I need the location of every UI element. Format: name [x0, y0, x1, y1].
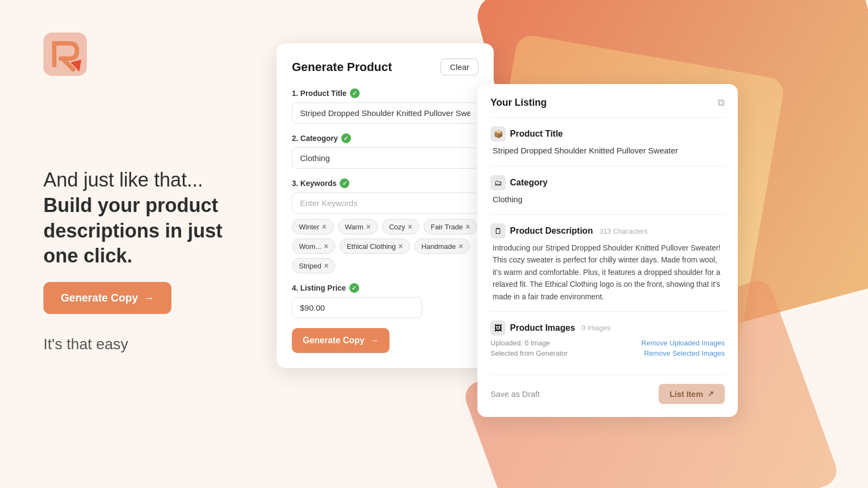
category-label: 2. Cateogory ✓ — [292, 133, 478, 143]
category-section: 2. Cateogory ✓ — [292, 133, 478, 169]
listing-product-title-value: Striped Dropped Shoulder Knitted Pullove… — [490, 145, 725, 157]
keyword-tag-fairtrade: Fair Trade × — [424, 219, 477, 234]
left-panel: And just like that... Build your product… — [0, 0, 271, 488]
list-item-button[interactable]: List Item ↗ — [659, 384, 725, 404]
save-draft-button[interactable]: Save as Draft — [490, 385, 540, 403]
keywords-container: Winter × Warm × Cozy × Fair Trade × Wom.… — [292, 219, 478, 273]
listing-category-label: Category — [510, 178, 547, 188]
keywords-check-icon: ✓ — [340, 178, 349, 188]
price-check-icon: ✓ — [349, 283, 359, 293]
product-title-label: 1. Product Title ✓ — [292, 88, 478, 98]
listing-category-header: 🗂 Category — [490, 175, 725, 190]
listing-product-title-header: 📦 Product Title — [490, 126, 725, 142]
easy-text: It's that easy — [43, 336, 239, 353]
product-title-input[interactable] — [292, 102, 478, 124]
tagline: And just like that... Build your product… — [43, 168, 239, 269]
list-item-arrow-icon: ↗ — [707, 389, 714, 398]
listing-images-section: 🖼 Product Images 0 Images Uploaded: 0 Im… — [490, 320, 725, 366]
images-uploaded-row: Uploaded: 0 Image Remove Uploaded Images — [490, 339, 725, 347]
keyword-remove-warm[interactable]: × — [366, 222, 371, 231]
price-section: 4. Listing Price ✓ — [292, 283, 478, 318]
listing-product-title-label: Product Title — [510, 129, 563, 139]
category-icon: 🗂 — [490, 175, 506, 190]
hero-generate-button[interactable]: Generate Copy → — [43, 282, 171, 314]
generate-copy-button[interactable]: Generate Copy → — [292, 328, 390, 353]
keyword-remove-fairtrade[interactable]: × — [465, 222, 470, 231]
listing-product-title-section: 📦 Product Title Striped Dropped Shoulder… — [490, 126, 725, 166]
keywords-input[interactable] — [292, 192, 478, 214]
listing-description-label: Product Description — [510, 226, 593, 236]
listing-description-value: Introducing our Striped Dropped Shoulder… — [490, 242, 725, 303]
left-content: And just like that... Build your product… — [43, 168, 239, 353]
product-title-check-icon: ✓ — [350, 88, 360, 98]
listing-category-value: Clothing — [490, 194, 725, 206]
price-input[interactable] — [292, 297, 422, 318]
external-link-icon[interactable]: ⧉ — [718, 97, 725, 108]
keyword-tag-cozy: Cozy × — [382, 219, 419, 234]
listing-description-header: 🗒 Product Description 313 Characters — [490, 223, 725, 239]
hero-arrow-icon: → — [143, 292, 154, 304]
keyword-remove-striped[interactable]: × — [324, 261, 328, 270]
keyword-tag-winter: Winter × — [292, 219, 334, 234]
clear-button[interactable]: Clear — [441, 59, 478, 75]
listing-images-header: 🖼 Product Images 0 Images — [490, 320, 725, 336]
keyword-remove-ethical[interactable]: × — [398, 242, 403, 251]
keyword-remove-cozy[interactable]: × — [408, 222, 412, 231]
category-check-icon: ✓ — [341, 133, 351, 143]
listing-description-meta: 313 Characters — [599, 227, 648, 235]
tagline-bold: Build your product descriptions in just … — [43, 194, 222, 267]
listing-images-meta: 0 Images — [582, 324, 610, 332]
product-title-section: 1. Product Title ✓ — [292, 88, 478, 124]
listing-header: Your Listing ⧉ — [490, 97, 725, 118]
listing-category-section: 🗂 Category Clothing — [490, 175, 725, 215]
remove-uploaded-link[interactable]: Remove Uploaded Images — [641, 339, 725, 347]
your-listing-card: Your Listing ⧉ 📦 Product Title Striped D… — [477, 84, 738, 417]
generate-arrow-icon: → — [370, 336, 379, 345]
images-icon: 🖼 — [490, 320, 506, 336]
remove-selected-link[interactable]: Remove Selected Images — [644, 349, 725, 357]
price-label: 4. Listing Price ✓ — [292, 283, 478, 293]
generate-card-title: Generate Product — [292, 60, 392, 74]
listing-description-section: 🗒 Product Description 313 Characters Int… — [490, 223, 725, 312]
keyword-remove-handmade[interactable]: × — [458, 242, 463, 251]
selected-label: Selected from Generator — [490, 349, 567, 357]
keywords-label: 3. Keywords ✓ — [292, 178, 478, 188]
category-input[interactable] — [292, 147, 478, 169]
product-title-icon: 📦 — [490, 126, 506, 142]
keyword-remove-winter[interactable]: × — [322, 222, 327, 231]
keyword-tag-handmade: Handmade × — [414, 239, 470, 254]
generate-product-card: Generate Product Clear 1. Product Title … — [277, 43, 494, 368]
keyword-remove-wom[interactable]: × — [324, 242, 328, 251]
uploaded-label: Uploaded: 0 Image — [490, 339, 550, 347]
listing-footer: Save as Draft List Item ↗ — [490, 375, 725, 404]
keyword-tag-wom: Wom... × — [292, 239, 335, 254]
listing-title: Your Listing — [490, 97, 547, 108]
tagline-normal: And just like that... — [43, 169, 203, 191]
card-header: Generate Product Clear — [292, 59, 478, 75]
listing-images-label: Product Images — [510, 323, 575, 333]
images-selected-row: Selected from Generator Remove Selected … — [490, 349, 725, 357]
keyword-tag-ethical: Ethical Clothing × — [340, 239, 410, 254]
keyword-tag-striped: Striped × — [292, 258, 335, 273]
keyword-tag-warm: Warm × — [338, 219, 378, 234]
keywords-section: 3. Keywords ✓ Winter × Warm × Cozy × Fai… — [292, 178, 478, 273]
description-icon: 🗒 — [490, 223, 506, 239]
